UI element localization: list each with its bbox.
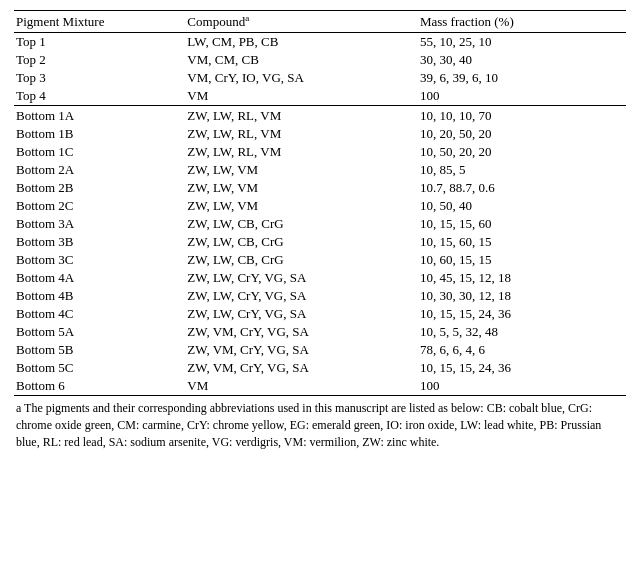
cell-compound: ZW, LW, VM [185, 197, 418, 215]
cell-pigment: Bottom 2A [14, 161, 185, 179]
cell-mass: 10, 50, 40 [418, 197, 626, 215]
cell-mass: 10, 15, 15, 60 [418, 215, 626, 233]
table-row: Top 4VM100 [14, 87, 626, 106]
cell-compound: ZW, LW, RL, VM [185, 106, 418, 126]
table-row: Bottom 2AZW, LW, VM10, 85, 5 [14, 161, 626, 179]
cell-mass: 39, 6, 39, 6, 10 [418, 69, 626, 87]
cell-pigment: Bottom 1B [14, 125, 185, 143]
table-footnote: a The pigments and their corresponding a… [14, 396, 626, 453]
table-row: Bottom 3AZW, LW, CB, CrG10, 15, 15, 60 [14, 215, 626, 233]
cell-pigment: Bottom 1C [14, 143, 185, 161]
cell-pigment: Top 2 [14, 51, 185, 69]
cell-compound: ZW, LW, CB, CrG [185, 251, 418, 269]
cell-mass: 10, 30, 30, 12, 18 [418, 287, 626, 305]
header-compound: Compounda [185, 11, 418, 33]
cell-pigment: Bottom 6 [14, 377, 185, 396]
cell-pigment: Bottom 3C [14, 251, 185, 269]
cell-compound: VM [185, 377, 418, 396]
cell-pigment: Top 4 [14, 87, 185, 106]
table-row: Bottom 5AZW, VM, CrY, VG, SA10, 5, 5, 32… [14, 323, 626, 341]
table-row: Bottom 3CZW, LW, CB, CrG10, 60, 15, 15 [14, 251, 626, 269]
cell-compound: VM, CrY, IO, VG, SA [185, 69, 418, 87]
header-mass: Mass fraction (%) [418, 11, 626, 33]
table-row: Top 3VM, CrY, IO, VG, SA39, 6, 39, 6, 10 [14, 69, 626, 87]
cell-mass: 10, 5, 5, 32, 48 [418, 323, 626, 341]
cell-mass: 78, 6, 6, 4, 6 [418, 341, 626, 359]
cell-mass: 30, 30, 40 [418, 51, 626, 69]
table-row: Bottom 3BZW, LW, CB, CrG10, 15, 60, 15 [14, 233, 626, 251]
cell-mass: 10, 15, 15, 24, 36 [418, 359, 626, 377]
table-row: Bottom 1AZW, LW, RL, VM10, 10, 10, 70 [14, 106, 626, 126]
cell-pigment: Bottom 2C [14, 197, 185, 215]
cell-compound: ZW, LW, VM [185, 161, 418, 179]
cell-pigment: Bottom 5C [14, 359, 185, 377]
cell-pigment: Bottom 5A [14, 323, 185, 341]
cell-pigment: Bottom 4B [14, 287, 185, 305]
cell-compound: VM [185, 87, 418, 106]
cell-pigment: Bottom 3B [14, 233, 185, 251]
cell-mass: 10, 60, 15, 15 [418, 251, 626, 269]
cell-pigment: Bottom 5B [14, 341, 185, 359]
table-row: Bottom 2CZW, LW, VM10, 50, 40 [14, 197, 626, 215]
table-row: Bottom 4CZW, LW, CrY, VG, SA10, 15, 15, … [14, 305, 626, 323]
pigment-table: Pigment Mixture Compounda Mass fraction … [14, 10, 626, 453]
cell-mass: 10.7, 88.7, 0.6 [418, 179, 626, 197]
table-row: Top 2VM, CM, CB30, 30, 40 [14, 51, 626, 69]
cell-compound: ZW, LW, RL, VM [185, 125, 418, 143]
cell-compound: ZW, LW, CB, CrG [185, 215, 418, 233]
cell-pigment: Bottom 2B [14, 179, 185, 197]
table-row: Bottom 5BZW, VM, CrY, VG, SA78, 6, 6, 4,… [14, 341, 626, 359]
table-row: Bottom 5CZW, VM, CrY, VG, SA10, 15, 15, … [14, 359, 626, 377]
cell-pigment: Top 3 [14, 69, 185, 87]
table-row: Bottom 1BZW, LW, RL, VM10, 20, 50, 20 [14, 125, 626, 143]
cell-mass: 10, 20, 50, 20 [418, 125, 626, 143]
cell-pigment: Bottom 4C [14, 305, 185, 323]
cell-compound: ZW, VM, CrY, VG, SA [185, 341, 418, 359]
cell-pigment: Bottom 1A [14, 106, 185, 126]
cell-mass: 10, 15, 60, 15 [418, 233, 626, 251]
cell-compound: ZW, LW, CrY, VG, SA [185, 305, 418, 323]
table-row: Bottom 4AZW, LW, CrY, VG, SA10, 45, 15, … [14, 269, 626, 287]
cell-mass: 10, 50, 20, 20 [418, 143, 626, 161]
table-row: Top 1LW, CM, PB, CB55, 10, 25, 10 [14, 33, 626, 52]
cell-compound: ZW, LW, CrY, VG, SA [185, 287, 418, 305]
table-row: Bottom 1CZW, LW, RL, VM10, 50, 20, 20 [14, 143, 626, 161]
cell-compound: ZW, VM, CrY, VG, SA [185, 323, 418, 341]
cell-compound: ZW, LW, RL, VM [185, 143, 418, 161]
cell-pigment: Top 1 [14, 33, 185, 52]
cell-mass: 100 [418, 377, 626, 396]
cell-mass: 10, 45, 15, 12, 18 [418, 269, 626, 287]
table-row: Bottom 4BZW, LW, CrY, VG, SA10, 30, 30, … [14, 287, 626, 305]
table-row: Bottom 6VM100 [14, 377, 626, 396]
cell-mass: 10, 10, 10, 70 [418, 106, 626, 126]
cell-compound: ZW, LW, CB, CrG [185, 233, 418, 251]
cell-mass: 10, 85, 5 [418, 161, 626, 179]
table-row: Bottom 2BZW, LW, VM10.7, 88.7, 0.6 [14, 179, 626, 197]
cell-compound: ZW, LW, VM [185, 179, 418, 197]
cell-mass: 100 [418, 87, 626, 106]
cell-compound: VM, CM, CB [185, 51, 418, 69]
cell-pigment: Bottom 3A [14, 215, 185, 233]
cell-compound: ZW, VM, CrY, VG, SA [185, 359, 418, 377]
cell-mass: 10, 15, 15, 24, 36 [418, 305, 626, 323]
cell-mass: 55, 10, 25, 10 [418, 33, 626, 52]
cell-pigment: Bottom 4A [14, 269, 185, 287]
header-pigment: Pigment Mixture [14, 11, 185, 33]
cell-compound: LW, CM, PB, CB [185, 33, 418, 52]
cell-compound: ZW, LW, CrY, VG, SA [185, 269, 418, 287]
